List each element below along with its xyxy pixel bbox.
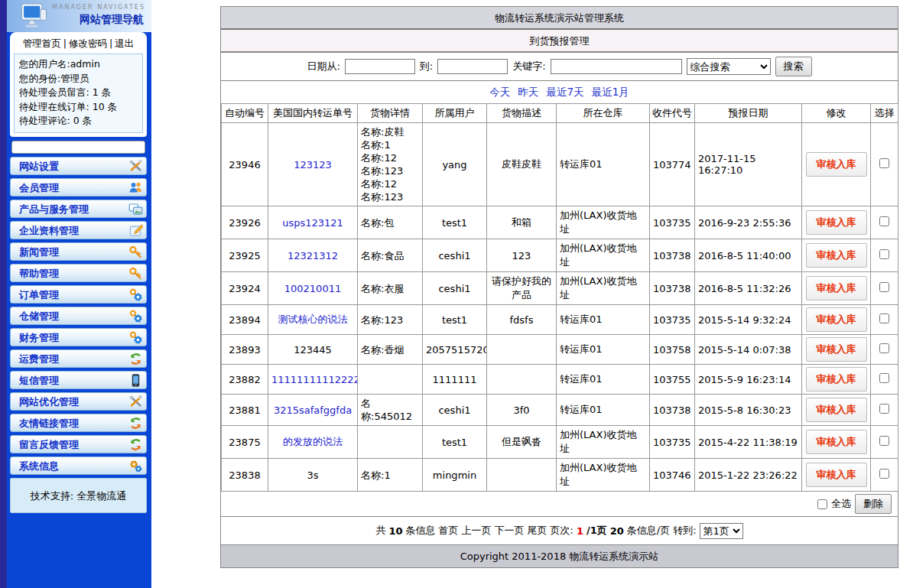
tracking-no-link[interactable]: 123123 (294, 159, 332, 171)
cell-tracking-no: 100210011 (268, 272, 358, 305)
topnav-link-home[interactable]: 管理首页 (23, 37, 61, 49)
audit-inbound-button[interactable]: 审核入库 (806, 430, 867, 454)
sidebar-item-3[interactable]: 企业资料管理 (10, 221, 147, 239)
cell-tracking-no: 测试核心的说法 (268, 305, 358, 335)
pagination-page-label: 页次: (550, 524, 573, 538)
cell-date: 2016-9-23 2:55:36 (695, 206, 802, 239)
sidebar-item-12[interactable]: 友情链接管理 (10, 414, 147, 432)
pagination-prev[interactable]: 上一页 (461, 524, 491, 538)
topnav-link-password[interactable]: 修改密码 (69, 37, 107, 49)
search-button[interactable]: 搜索 (775, 57, 812, 76)
tracking-no-link[interactable]: 测试核心的说法 (278, 313, 348, 325)
col-header-auto-id: 自动编号 (222, 104, 268, 123)
sidebar-item-13[interactable]: 留言反馈管理 (10, 435, 147, 453)
cell-user: test1 (423, 426, 487, 459)
cell-details: 名称:皮鞋名称:1名称:12名称:123名称:12名称:123 (358, 123, 423, 206)
cell-warehouse: 转运库01 (557, 305, 650, 335)
pagination-next[interactable]: 下一页 (494, 524, 524, 538)
sidebar-item-2[interactable]: 产品与服务管理 (10, 200, 147, 218)
tracking-no-link[interactable]: 12321312 (288, 250, 338, 262)
row-checkbox[interactable] (879, 282, 889, 292)
row-checkbox[interactable] (879, 436, 889, 446)
col-header-tracking-no: 美国国内转运单号 (268, 104, 358, 123)
cell-auto-id: 23893 (222, 335, 268, 365)
row-checkbox[interactable] (879, 469, 889, 479)
delete-button[interactable]: 删除 (855, 494, 892, 514)
pagination-first[interactable]: 首页 (438, 524, 458, 538)
pagination-last[interactable]: 尾页 (527, 524, 547, 538)
cell-code: 103735 (650, 206, 695, 239)
audit-inbound-button[interactable]: 审核入库 (806, 210, 867, 235)
user-info-username: 您的用户名:admin (19, 57, 138, 72)
detail-line: 名称:12 (361, 177, 419, 190)
row-checkbox[interactable] (879, 313, 889, 323)
cell-date: 2015-4-22 11:38:19 (695, 426, 802, 459)
tracking-no-link[interactable]: 3215safafggfda (274, 404, 352, 416)
audit-inbound-button[interactable]: 审核入库 (806, 337, 867, 362)
sidebar-item-0[interactable]: 网站设置 (10, 157, 147, 175)
cell-code: 103738 (650, 395, 695, 426)
sidebar-item-10[interactable]: 短信管理 (10, 371, 147, 389)
row-checkbox[interactable] (879, 249, 889, 259)
audit-inbound-button[interactable]: 审核入库 (806, 367, 867, 391)
row-checkbox[interactable] (879, 373, 889, 383)
tracking-no-link[interactable]: 100210011 (284, 283, 341, 294)
topnav-separator: | (109, 37, 112, 49)
tracking-no-text: 123445 (294, 344, 332, 356)
audit-inbound-button[interactable]: 审核入库 (806, 152, 867, 177)
sidebar-item-8[interactable]: 财务管理 (10, 328, 147, 346)
sidebar-item-1[interactable]: 会员管理 (10, 178, 147, 197)
goto-page-select[interactable]: 第1页 (700, 523, 743, 539)
row-checkbox[interactable] (879, 404, 889, 414)
sidebar-item-6[interactable]: 订单管理 (10, 285, 147, 304)
date-to-input[interactable] (437, 59, 508, 74)
quick-link-yesterday[interactable]: 昨天 (518, 86, 538, 98)
user-info-pending-orders: 待处理在线订单: 10 条 (19, 100, 138, 115)
tracking-no-link[interactable]: 的发放的说法 (283, 436, 343, 447)
sidebar-item-14[interactable]: 系统信息 (10, 456, 147, 475)
date-from-input[interactable] (345, 59, 415, 74)
sidebar-item-9[interactable]: 运费管理 (10, 349, 147, 368)
row-checkbox[interactable] (879, 158, 889, 168)
quick-link-last7days[interactable]: 最近7天 (546, 86, 583, 98)
sidebar-empty-box[interactable] (11, 141, 145, 154)
topnav-link-logout[interactable]: 退出 (115, 37, 134, 49)
cell-desc (487, 365, 557, 395)
cell-select (871, 239, 898, 272)
quick-link-today[interactable]: 今天 (489, 86, 510, 98)
cell-date: 2015-5-14 0:07:38 (695, 335, 802, 365)
cell-desc: 皮鞋皮鞋 (487, 123, 557, 206)
cell-desc: 3f0 (487, 395, 557, 426)
audit-inbound-button[interactable]: 审核入库 (806, 463, 867, 487)
gears-icon (128, 459, 143, 473)
pagination-per-page: 20 (610, 525, 624, 537)
cell-desc: 请保护好我的产品 (487, 272, 557, 305)
keyword-input[interactable] (551, 59, 682, 74)
detail-line: 名称:545012 (361, 397, 419, 423)
audit-inbound-button[interactable]: 审核入库 (806, 307, 867, 332)
cell-modify: 审核入库 (802, 426, 871, 459)
cell-select (871, 206, 898, 239)
gear-icon (128, 309, 143, 323)
cell-select (871, 335, 898, 365)
cell-warehouse: 转运库01 (557, 123, 650, 206)
search-type-select[interactable]: 综合搜索 (687, 58, 771, 75)
sidebar-item-7[interactable]: 仓储管理 (10, 307, 147, 325)
select-all-checkbox[interactable] (817, 499, 827, 509)
sidebar-item-4[interactable]: 新闻管理 (10, 242, 147, 261)
tracking-no-link[interactable]: usps123121 (282, 217, 343, 229)
audit-inbound-button[interactable]: 审核入库 (806, 398, 867, 422)
sidebar-item-5[interactable]: 帮助管理 (10, 264, 147, 282)
col-header-date: 预报日期 (695, 104, 802, 123)
table-row: 23882111111111122221111111转运库01103755201… (222, 365, 898, 395)
sidebar-item-11[interactable]: 网站优化管理 (10, 392, 147, 411)
pagination-total-prefix: 共 (375, 524, 385, 538)
audit-inbound-button[interactable]: 审核入库 (806, 243, 867, 268)
row-checkbox[interactable] (879, 343, 889, 353)
tracking-no-link[interactable]: 11111111112222 (271, 374, 358, 385)
audit-inbound-button[interactable]: 审核入库 (806, 276, 867, 300)
row-checkbox[interactable] (879, 216, 889, 226)
quick-link-last1month[interactable]: 最近1月 (592, 86, 629, 98)
cell-select (871, 459, 898, 492)
table-row: 23894测试核心的说法名称:123test1fdsfs转运库011037352… (222, 305, 898, 335)
